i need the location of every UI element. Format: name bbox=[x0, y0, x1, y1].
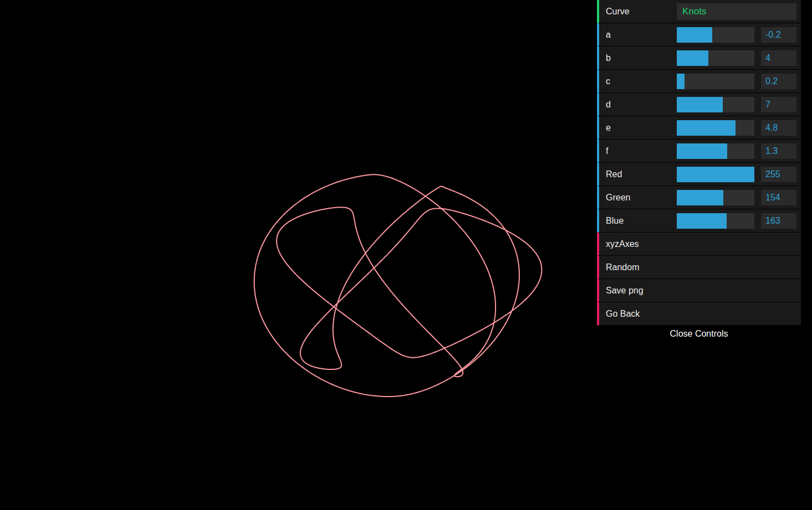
number-input-d[interactable] bbox=[761, 97, 796, 112]
slider-track[interactable] bbox=[677, 213, 754, 229]
slider-row-red: Red bbox=[597, 163, 801, 186]
controls-panel: Curve Knots a b c d e bbox=[597, 0, 801, 342]
button-save-png[interactable]: Save png bbox=[597, 279, 801, 302]
number-input-green[interactable] bbox=[761, 190, 796, 205]
number-input-c[interactable] bbox=[761, 74, 796, 89]
number-input-red[interactable] bbox=[761, 167, 796, 182]
number-input-f[interactable] bbox=[761, 143, 796, 159]
slider-label-green: Green bbox=[606, 186, 677, 209]
slider-fill bbox=[677, 143, 727, 159]
slider-row-green: Green bbox=[597, 186, 801, 209]
slider-label-d: d bbox=[606, 93, 677, 116]
slider-row-c: c bbox=[597, 70, 801, 93]
number-input-e[interactable] bbox=[761, 120, 796, 136]
curve-select[interactable]: Knots bbox=[677, 3, 796, 20]
slider-row-d: d bbox=[597, 93, 801, 116]
slider-label-e: e bbox=[606, 116, 677, 140]
slider-track[interactable] bbox=[677, 190, 754, 205]
button-random[interactable]: Random bbox=[597, 256, 801, 279]
slider-fill bbox=[677, 213, 727, 229]
slider-fill bbox=[677, 120, 736, 136]
slider-track[interactable] bbox=[677, 74, 754, 89]
button-go-back[interactable]: Go Back bbox=[597, 302, 801, 326]
slider-track[interactable] bbox=[677, 27, 754, 43]
button-xyzaxes[interactable]: xyzAxes bbox=[597, 233, 801, 256]
slider-label-b: b bbox=[606, 47, 677, 70]
slider-fill bbox=[677, 167, 754, 182]
slider-track[interactable] bbox=[677, 167, 754, 182]
slider-row-b: b bbox=[597, 47, 801, 70]
slider-fill bbox=[677, 190, 723, 205]
curve-select-row: Curve Knots bbox=[597, 0, 801, 23]
number-input-a[interactable] bbox=[761, 27, 796, 43]
slider-label-a: a bbox=[606, 23, 677, 47]
slider-track[interactable] bbox=[677, 143, 754, 159]
slider-fill bbox=[677, 50, 708, 66]
slider-track[interactable] bbox=[677, 50, 754, 66]
slider-row-a: a bbox=[597, 23, 801, 47]
close-controls-button[interactable]: Close Controls bbox=[597, 326, 801, 342]
slider-fill bbox=[677, 97, 723, 112]
slider-row-blue: Blue bbox=[597, 209, 801, 233]
viewport: Curve Knots a b c d e bbox=[0, 0, 812, 510]
slider-label-blue: Blue bbox=[606, 209, 677, 233]
slider-track[interactable] bbox=[677, 97, 754, 112]
slider-label-c: c bbox=[606, 70, 677, 93]
number-input-b[interactable] bbox=[761, 50, 796, 66]
slider-row-f: f bbox=[597, 140, 801, 163]
slider-row-e: e bbox=[597, 116, 801, 140]
slider-track[interactable] bbox=[677, 120, 754, 136]
number-input-blue[interactable] bbox=[761, 213, 796, 229]
slider-rows: a b c d e f bbox=[597, 23, 801, 233]
curve-select-value: Knots bbox=[682, 6, 706, 17]
slider-fill bbox=[677, 74, 685, 89]
slider-label-f: f bbox=[606, 140, 677, 163]
button-rows: xyzAxes Random Save png Go Back bbox=[597, 233, 801, 326]
curve-select-label: Curve bbox=[606, 0, 677, 23]
slider-fill bbox=[677, 27, 712, 43]
slider-label-red: Red bbox=[606, 163, 677, 186]
